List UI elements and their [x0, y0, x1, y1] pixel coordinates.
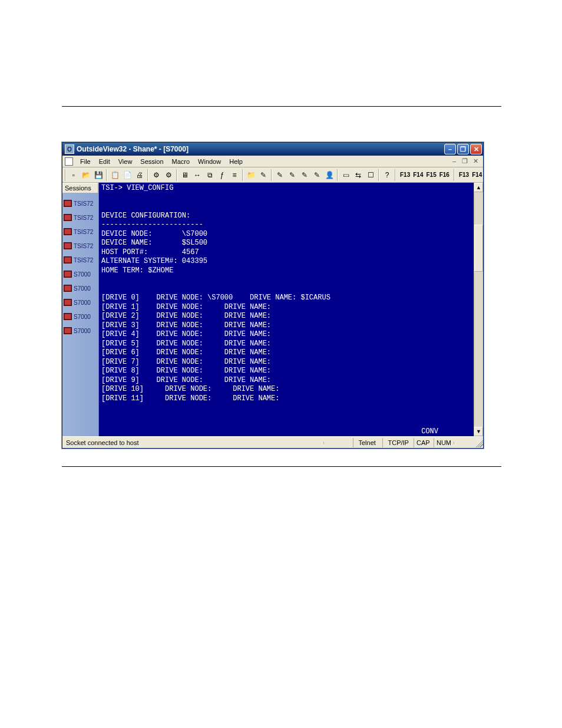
session-item[interactable]: TSIS72: [62, 199, 98, 207]
session-icon: [64, 228, 72, 235]
session-label: TSIS72: [74, 257, 93, 263]
app-name: OutsideView32: [77, 145, 127, 153]
status-blank: [323, 442, 353, 444]
terminal-mode-label: CONV: [421, 427, 438, 437]
session-label: TSIS72: [74, 229, 93, 235]
session-item[interactable]: S7000: [62, 327, 98, 335]
toolbar: ▫📂💾📋📄🖨⚙⚙🖥↔⧉ƒ≡📁✎✎✎✎✎👤▭⇆☐? F13F14F15F16 F1…: [62, 167, 483, 183]
i3-icon[interactable]: ✎: [286, 169, 298, 181]
menu-help[interactable]: Help: [226, 157, 246, 166]
status-message: Socket connected to host: [62, 439, 323, 446]
mdi-min[interactable]: –: [450, 157, 458, 165]
session-icon: [64, 327, 72, 334]
i5-icon[interactable]: ✎: [311, 169, 323, 181]
session-item[interactable]: TSIS72: [62, 228, 98, 236]
session-label: S7000: [74, 285, 91, 292]
toolbar-sep: [242, 169, 243, 181]
mdi-icon[interactable]: [65, 157, 73, 166]
copy-icon[interactable]: 📋: [109, 169, 121, 181]
net-icon[interactable]: ⇆: [352, 169, 364, 181]
sessions-sidebar: Sessions TSIS72TSIS72TSIS72TSIS72TSIS72S…: [62, 183, 99, 436]
fn-icon[interactable]: ƒ: [216, 169, 228, 181]
status-proto: TCP/IP: [382, 438, 413, 447]
menu-edit[interactable]: Edit: [95, 157, 114, 166]
bars-icon[interactable]: ≡: [229, 169, 240, 181]
fkey-f14[interactable]: F14: [412, 170, 424, 179]
session-label: S7000: [74, 271, 91, 278]
session-icon: [64, 256, 72, 263]
menu-bar: FileEditViewSessionMacroWindowHelp – ❐ ✕: [62, 156, 483, 167]
folder-icon[interactable]: 📁: [245, 169, 257, 181]
fkey-f16[interactable]: F16: [438, 170, 451, 179]
menu-file[interactable]: File: [77, 157, 94, 166]
toolbar-sep: [271, 169, 272, 181]
doc-icon[interactable]: ▭: [340, 169, 352, 181]
cfg2-icon[interactable]: ⚙: [163, 169, 174, 181]
conn-icon[interactable]: ↔: [191, 169, 203, 181]
session-item[interactable]: S7000: [62, 284, 98, 292]
terminal[interactable]: TSI-> VIEW_CONFIG DEVICE CONFIGURATION: …: [99, 183, 474, 436]
rule-bottom: [62, 466, 501, 467]
session-item[interactable]: S7000: [62, 298, 98, 307]
cfg1-icon[interactable]: ⚙: [150, 169, 162, 181]
box-icon[interactable]: ☐: [365, 169, 376, 181]
terminal-wrap: TSI-> VIEW_CONFIG DEVICE CONFIGURATION: …: [99, 183, 474, 436]
doc-name: Shane*: [133, 145, 157, 153]
session-icon: [64, 271, 72, 278]
minimize-button[interactable]: –: [444, 144, 456, 154]
chain-icon[interactable]: ⧉: [204, 169, 216, 181]
session-icon: [64, 285, 72, 292]
scroll-up-icon[interactable]: ▲: [474, 183, 483, 192]
scroll-down-icon[interactable]: ▼: [474, 427, 483, 436]
paste-icon[interactable]: 📄: [121, 169, 133, 181]
session-item[interactable]: TSIS72: [62, 213, 98, 222]
help-icon[interactable]: ?: [381, 169, 393, 181]
toolbar-sep: [65, 169, 66, 181]
screen-icon[interactable]: 🖥: [179, 169, 191, 181]
sidebar-header: Sessions: [62, 183, 98, 193]
toolbar-sep: [176, 169, 177, 181]
user-icon[interactable]: 👤: [323, 169, 335, 181]
scroll-thumb[interactable]: [474, 225, 483, 272]
mdi-close[interactable]: ✕: [471, 157, 480, 165]
toolbar-sep: [147, 169, 148, 181]
menu-view[interactable]: View: [115, 157, 136, 166]
session-label: TSIS72: [74, 215, 93, 221]
workarea: Sessions TSIS72TSIS72TSIS72TSIS72TSIS72S…: [62, 183, 483, 436]
session-icon: [64, 242, 72, 249]
fkey-f13[interactable]: F13: [399, 170, 411, 179]
session-name: [S7000]: [163, 145, 189, 153]
toolbar-sep: [337, 169, 338, 181]
close-button[interactable]: ✕: [470, 144, 482, 154]
save-icon[interactable]: 💾: [92, 169, 104, 181]
session-item[interactable]: S7000: [62, 312, 98, 321]
window-title: OutsideView32 - Shane* - [S7000]: [77, 145, 444, 153]
fkey-f13[interactable]: F13: [458, 170, 470, 179]
scroll-track[interactable]: [474, 192, 483, 427]
print-icon[interactable]: 🖨: [134, 169, 146, 181]
menu-session[interactable]: Session: [137, 157, 167, 166]
mdi-restore[interactable]: ❐: [461, 157, 469, 165]
resize-grip-icon[interactable]: [474, 438, 483, 447]
i4-icon[interactable]: ✎: [299, 169, 310, 181]
menu-macro[interactable]: Macro: [168, 157, 194, 166]
titlebar: O OutsideView32 - Shane* - [S7000] – ❐ ✕: [62, 143, 483, 156]
open-icon[interactable]: 📂: [80, 169, 92, 181]
status-empty: [454, 442, 474, 444]
i1-icon[interactable]: ✎: [257, 169, 269, 181]
status-conn: Telnet: [353, 438, 382, 447]
fkey-f15[interactable]: F15: [425, 170, 437, 179]
new-icon[interactable]: ▫: [68, 169, 80, 181]
session-item[interactable]: TSIS72: [62, 242, 98, 250]
window-controls: – ❐ ✕: [444, 144, 482, 154]
session-item[interactable]: S7000: [62, 270, 98, 278]
maximize-button[interactable]: ❐: [457, 144, 469, 154]
i2-icon[interactable]: ✎: [274, 169, 286, 181]
status-cap: CAP: [414, 438, 434, 447]
menu-window[interactable]: Window: [194, 157, 224, 166]
session-item[interactable]: TSIS72: [62, 256, 98, 264]
session-label: S7000: [74, 328, 91, 334]
session-icon: [64, 313, 72, 320]
fkey-f14[interactable]: F14: [471, 170, 483, 179]
vertical-scrollbar[interactable]: ▲ ▼: [474, 183, 483, 436]
